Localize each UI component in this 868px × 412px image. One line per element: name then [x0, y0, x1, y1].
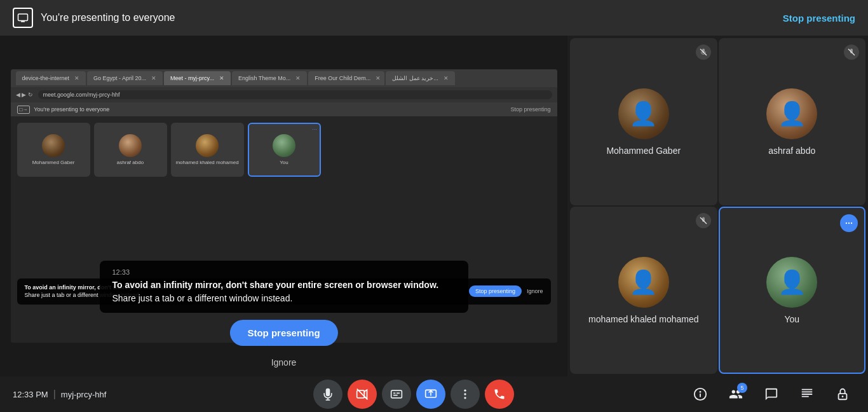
present-screen-button[interactable]	[416, 380, 445, 409]
tab-close-1[interactable]: ✕	[74, 75, 79, 81]
tab-close-2[interactable]: ✕	[151, 75, 156, 81]
toolbar-divider: |	[53, 388, 56, 400]
inner-ignore-button[interactable]: Ignore	[527, 288, 543, 294]
svg-point-8	[851, 223, 852, 224]
participants-sidebar: 👤 Mohammed Gaber 👤 ashraf abdo 👤 mohamed…	[567, 36, 868, 376]
participant-name-gaber: Mohammed Gaber	[606, 146, 681, 156]
browser-tab-2[interactable]: Go Egypt - April 20... ✕	[87, 71, 163, 85]
avatar-gaber: 👤	[618, 88, 669, 139]
participant-card-you: 👤 You	[719, 207, 866, 374]
avatar-ashraf: 👤	[766, 88, 817, 139]
toolbar-center-controls	[313, 380, 514, 409]
participant-name-you: You	[784, 314, 799, 324]
mic-button[interactable]	[313, 380, 342, 409]
more-options-toolbar-button[interactable]	[451, 380, 480, 409]
hang-up-icon	[493, 388, 506, 401]
mute-icon-ashraf	[844, 45, 859, 60]
more-dots-icon	[844, 219, 853, 228]
inner-participant-gaber: Mohammed Gaber	[17, 123, 90, 177]
tab-close-4[interactable]: ✕	[295, 75, 301, 81]
banner-title: You're presenting to everyone	[41, 12, 175, 24]
inner-avatar-gaber	[42, 134, 65, 157]
more-options-button-you[interactable]	[840, 214, 858, 232]
browser-address-bar[interactable]: ◀ ▶ ↻ meet.google.com/myj-prcy-hhf	[11, 87, 557, 102]
toolbar-time: 12:33 PM	[13, 390, 48, 399]
toolbar-meeting-id: myj-prcy-hhf	[61, 390, 107, 399]
safety-button[interactable]	[830, 381, 855, 407]
tab-close-6[interactable]: ✕	[444, 75, 449, 81]
inner-participant-ashraf: ashraf abdo	[94, 123, 167, 177]
inner-stop-presenting-button[interactable]: Stop presenting	[510, 106, 550, 113]
participant-card-khaled: 👤 mohamed khaled mohamed	[570, 207, 717, 374]
svg-point-20	[464, 393, 466, 395]
inner-banner: □→ You're presenting to everyone Stop pr…	[11, 102, 557, 116]
present-screen-icon	[424, 388, 437, 401]
present-icon	[13, 8, 33, 28]
inner-participant-you: ⋯ You	[248, 123, 321, 177]
toast-time: 12:33	[112, 268, 456, 276]
browser-tabs-bar: device-the-internet ✕ Go Egypt - April 2…	[11, 69, 557, 87]
camera-off-icon	[356, 388, 369, 401]
participant-card-gaber: 👤 Mohammed Gaber	[570, 38, 717, 205]
browser-tab-6[interactable]: خرید عمل الشلل... ✕	[386, 71, 455, 85]
activities-button[interactable]	[794, 381, 820, 407]
people-badge: 5	[737, 383, 747, 393]
toolbar-right-controls: 5	[688, 381, 855, 407]
mute-icon-gaber	[696, 45, 711, 60]
svg-point-6	[846, 223, 847, 224]
mic-icon	[322, 388, 334, 401]
browser-tab-3[interactable]: Meet - myj-prcy... ✕	[164, 71, 231, 85]
toast-text: To avoid an infinity mirror, don't share…	[112, 278, 456, 305]
inner-avatar-you	[273, 134, 295, 157]
inner-stop-button[interactable]: Stop presenting	[469, 285, 522, 297]
inner-avatar-ashraf	[119, 134, 142, 157]
svg-point-21	[464, 397, 466, 399]
inner-avatar-khaled	[196, 134, 219, 157]
participant-name-ashraf: ashraf abdo	[768, 146, 815, 156]
tab-close-5[interactable]: ✕	[376, 75, 381, 81]
browser-tab-5[interactable]: Free Our Child Dem... ✕	[308, 71, 384, 85]
avatar-khaled: 👤	[618, 257, 669, 308]
warning-toast: 12:33 To avoid an infinity mirror, don't…	[100, 261, 468, 313]
toolbar-time-info: 12:33 PM | myj-prcy-hhf	[13, 388, 140, 400]
svg-rect-12	[357, 390, 365, 398]
svg-rect-13	[391, 390, 402, 398]
participant-name-khaled: mohamed khaled mohamed	[588, 314, 699, 324]
stop-presenting-top-button[interactable]: Stop presenting	[783, 13, 855, 24]
hang-up-button[interactable]	[485, 380, 514, 409]
svg-rect-0	[18, 14, 28, 21]
bottom-toolbar: 12:33 PM | myj-prcy-hhf	[0, 376, 868, 412]
browser-tab-4[interactable]: English Theme Mo... ✕	[232, 71, 307, 85]
mute-icon-khaled	[696, 213, 711, 228]
stop-presenting-main-button[interactable]: Stop presenting	[229, 320, 337, 346]
info-button[interactable]	[688, 381, 713, 407]
people-button[interactable]: 5	[723, 381, 749, 407]
screen-share-icon	[17, 12, 29, 24]
svg-point-7	[848, 223, 850, 224]
svg-point-26	[842, 395, 844, 397]
camera-off-button[interactable]	[348, 380, 377, 409]
svg-point-19	[464, 390, 466, 392]
main-screen-area: device-the-internet ✕ Go Egypt - April 2…	[0, 36, 567, 376]
ignore-button[interactable]: Ignore	[271, 357, 297, 367]
chat-icon	[764, 387, 778, 401]
captions-icon	[390, 388, 403, 401]
banner-left: You're presenting to everyone	[13, 8, 175, 28]
participant-card-ashraf: 👤 ashraf abdo	[719, 38, 866, 205]
presenting-banner: You're presenting to everyone Stop prese…	[0, 0, 868, 36]
lock-icon	[836, 387, 850, 401]
avatar-you: 👤	[766, 257, 817, 308]
tab-close-3[interactable]: ✕	[219, 75, 224, 81]
more-vert-icon	[459, 388, 471, 401]
inner-participant-khaled: mohamed khaled mohamed	[171, 123, 244, 177]
info-icon	[693, 387, 707, 401]
browser-tab-1[interactable]: device-the-internet ✕	[16, 71, 86, 85]
captions-button[interactable]	[382, 380, 411, 409]
activities-icon	[800, 387, 814, 401]
chat-button[interactable]	[759, 381, 784, 407]
